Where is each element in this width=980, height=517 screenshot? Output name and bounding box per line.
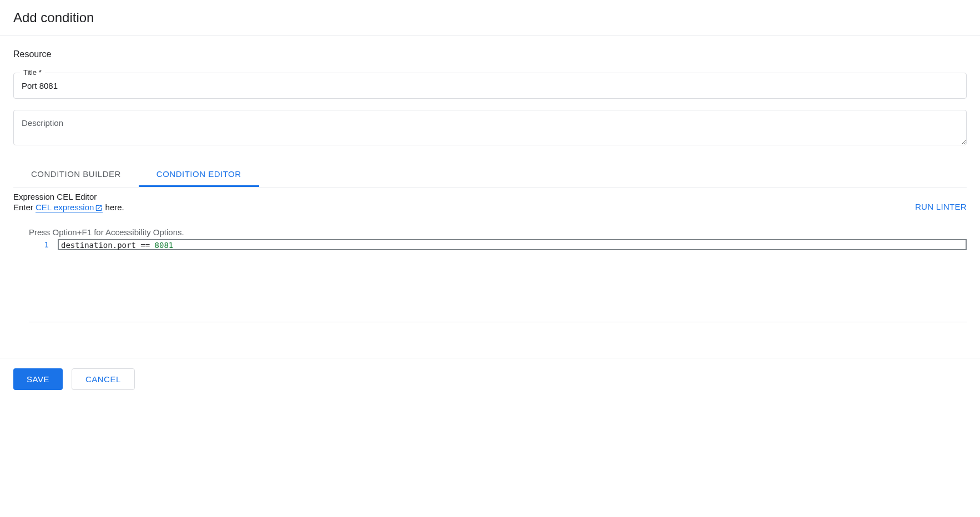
editor-section: Expression CEL Editor Enter CEL expressi… — [13, 187, 967, 322]
editor-title: Expression CEL Editor — [13, 192, 915, 201]
editor-header-row: Expression CEL Editor Enter CEL expressi… — [13, 192, 967, 212]
footer-actions: SAVE CANCEL — [0, 358, 980, 400]
external-link-icon — [95, 204, 103, 212]
cel-expression-link[interactable]: CEL expression — [36, 202, 103, 212]
description-field-group — [13, 110, 967, 147]
tab-condition-editor[interactable]: CONDITION EDITOR — [139, 163, 259, 187]
content-area: Resource Title * CONDITION BUILDER CONDI… — [0, 36, 980, 336]
code-editor: 1 destination.port == 8081 — [29, 239, 967, 322]
editor-subtitle: Enter CEL expression here. — [13, 202, 915, 212]
title-field-group: Title * — [13, 73, 967, 99]
line-number-1: 1 — [29, 240, 49, 249]
code-input-area[interactable]: destination.port == 8081 — [58, 239, 967, 250]
page-header: Add condition — [0, 0, 980, 36]
editor-header-left: Expression CEL Editor Enter CEL expressi… — [13, 192, 915, 212]
subtitle-prefix: Enter — [13, 202, 36, 212]
cancel-button[interactable]: CANCEL — [72, 368, 135, 390]
subtitle-suffix: here. — [103, 202, 124, 212]
tabs-container: CONDITION BUILDER CONDITION EDITOR — [13, 163, 967, 187]
save-button[interactable]: SAVE — [13, 368, 63, 390]
description-input[interactable] — [13, 110, 967, 145]
page-title: Add condition — [13, 10, 967, 26]
title-label: Title * — [20, 68, 45, 77]
code-number-literal: 8081 — [155, 241, 174, 250]
accessibility-hint: Press Option+F1 for Accessibility Option… — [29, 227, 967, 237]
resource-section-label: Resource — [13, 49, 967, 59]
run-linter-button[interactable]: RUN LINTER — [915, 192, 967, 211]
code-expression: destination.port == — [61, 241, 155, 250]
title-input[interactable] — [13, 73, 967, 99]
line-numbers: 1 — [29, 239, 58, 322]
tab-condition-builder[interactable]: CONDITION BUILDER — [13, 163, 139, 187]
